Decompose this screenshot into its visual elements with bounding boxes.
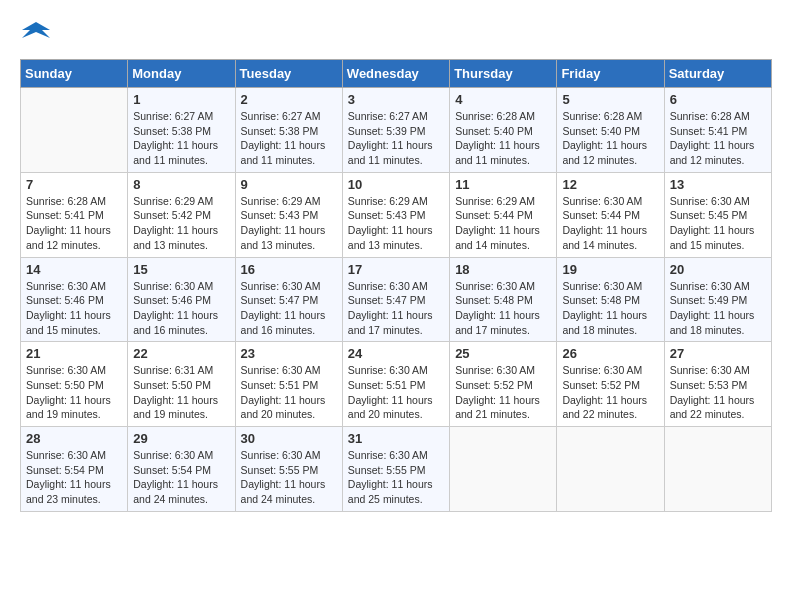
day-number: 25 (455, 346, 551, 361)
calendar-cell: 5Sunrise: 6:28 AMSunset: 5:40 PMDaylight… (557, 88, 664, 173)
day-info: Sunrise: 6:30 AMSunset: 5:46 PMDaylight:… (133, 279, 229, 338)
header-tuesday: Tuesday (235, 60, 342, 88)
logo (20, 20, 50, 49)
day-info: Sunrise: 6:30 AMSunset: 5:51 PMDaylight:… (241, 363, 337, 422)
calendar-cell: 8Sunrise: 6:29 AMSunset: 5:42 PMDaylight… (128, 172, 235, 257)
calendar-cell (557, 427, 664, 512)
calendar-cell: 22Sunrise: 6:31 AMSunset: 5:50 PMDayligh… (128, 342, 235, 427)
day-number: 11 (455, 177, 551, 192)
calendar-cell: 13Sunrise: 6:30 AMSunset: 5:45 PMDayligh… (664, 172, 771, 257)
day-info: Sunrise: 6:30 AMSunset: 5:51 PMDaylight:… (348, 363, 444, 422)
day-info: Sunrise: 6:30 AMSunset: 5:52 PMDaylight:… (562, 363, 658, 422)
day-number: 9 (241, 177, 337, 192)
calendar-cell: 7Sunrise: 6:28 AMSunset: 5:41 PMDaylight… (21, 172, 128, 257)
day-number: 13 (670, 177, 766, 192)
calendar-week-row: 7Sunrise: 6:28 AMSunset: 5:41 PMDaylight… (21, 172, 772, 257)
day-number: 10 (348, 177, 444, 192)
day-number: 5 (562, 92, 658, 107)
day-number: 19 (562, 262, 658, 277)
day-number: 27 (670, 346, 766, 361)
day-info: Sunrise: 6:30 AMSunset: 5:48 PMDaylight:… (562, 279, 658, 338)
day-number: 1 (133, 92, 229, 107)
calendar-cell (450, 427, 557, 512)
day-info: Sunrise: 6:30 AMSunset: 5:49 PMDaylight:… (670, 279, 766, 338)
calendar-cell: 30Sunrise: 6:30 AMSunset: 5:55 PMDayligh… (235, 427, 342, 512)
day-info: Sunrise: 6:30 AMSunset: 5:54 PMDaylight:… (133, 448, 229, 507)
calendar-cell: 28Sunrise: 6:30 AMSunset: 5:54 PMDayligh… (21, 427, 128, 512)
day-number: 23 (241, 346, 337, 361)
day-info: Sunrise: 6:29 AMSunset: 5:43 PMDaylight:… (241, 194, 337, 253)
day-info: Sunrise: 6:31 AMSunset: 5:50 PMDaylight:… (133, 363, 229, 422)
logo-bird-icon (22, 20, 50, 44)
calendar-cell: 18Sunrise: 6:30 AMSunset: 5:48 PMDayligh… (450, 257, 557, 342)
header-monday: Monday (128, 60, 235, 88)
calendar-cell: 2Sunrise: 6:27 AMSunset: 5:38 PMDaylight… (235, 88, 342, 173)
day-info: Sunrise: 6:30 AMSunset: 5:45 PMDaylight:… (670, 194, 766, 253)
calendar-week-row: 14Sunrise: 6:30 AMSunset: 5:46 PMDayligh… (21, 257, 772, 342)
calendar-table: Sunday Monday Tuesday Wednesday Thursday… (20, 59, 772, 512)
day-number: 2 (241, 92, 337, 107)
calendar-cell: 27Sunrise: 6:30 AMSunset: 5:53 PMDayligh… (664, 342, 771, 427)
calendar-cell: 16Sunrise: 6:30 AMSunset: 5:47 PMDayligh… (235, 257, 342, 342)
calendar-cell (664, 427, 771, 512)
day-info: Sunrise: 6:29 AMSunset: 5:43 PMDaylight:… (348, 194, 444, 253)
calendar-cell: 9Sunrise: 6:29 AMSunset: 5:43 PMDaylight… (235, 172, 342, 257)
day-info: Sunrise: 6:28 AMSunset: 5:40 PMDaylight:… (562, 109, 658, 168)
page-header (20, 20, 772, 49)
calendar-cell: 24Sunrise: 6:30 AMSunset: 5:51 PMDayligh… (342, 342, 449, 427)
calendar-cell: 15Sunrise: 6:30 AMSunset: 5:46 PMDayligh… (128, 257, 235, 342)
day-info: Sunrise: 6:29 AMSunset: 5:44 PMDaylight:… (455, 194, 551, 253)
day-info: Sunrise: 6:30 AMSunset: 5:47 PMDaylight:… (348, 279, 444, 338)
day-number: 20 (670, 262, 766, 277)
day-info: Sunrise: 6:30 AMSunset: 5:52 PMDaylight:… (455, 363, 551, 422)
day-info: Sunrise: 6:30 AMSunset: 5:50 PMDaylight:… (26, 363, 122, 422)
header-sunday: Sunday (21, 60, 128, 88)
day-number: 17 (348, 262, 444, 277)
day-number: 31 (348, 431, 444, 446)
day-number: 28 (26, 431, 122, 446)
day-number: 6 (670, 92, 766, 107)
calendar-header-row: Sunday Monday Tuesday Wednesday Thursday… (21, 60, 772, 88)
calendar-cell: 4Sunrise: 6:28 AMSunset: 5:40 PMDaylight… (450, 88, 557, 173)
calendar-cell: 10Sunrise: 6:29 AMSunset: 5:43 PMDayligh… (342, 172, 449, 257)
day-info: Sunrise: 6:30 AMSunset: 5:55 PMDaylight:… (348, 448, 444, 507)
day-info: Sunrise: 6:30 AMSunset: 5:48 PMDaylight:… (455, 279, 551, 338)
calendar-week-row: 28Sunrise: 6:30 AMSunset: 5:54 PMDayligh… (21, 427, 772, 512)
day-number: 21 (26, 346, 122, 361)
day-number: 3 (348, 92, 444, 107)
day-number: 26 (562, 346, 658, 361)
header-thursday: Thursday (450, 60, 557, 88)
calendar-cell: 29Sunrise: 6:30 AMSunset: 5:54 PMDayligh… (128, 427, 235, 512)
day-info: Sunrise: 6:30 AMSunset: 5:54 PMDaylight:… (26, 448, 122, 507)
calendar-cell: 1Sunrise: 6:27 AMSunset: 5:38 PMDaylight… (128, 88, 235, 173)
calendar-cell: 6Sunrise: 6:28 AMSunset: 5:41 PMDaylight… (664, 88, 771, 173)
day-number: 4 (455, 92, 551, 107)
calendar-week-row: 1Sunrise: 6:27 AMSunset: 5:38 PMDaylight… (21, 88, 772, 173)
header-saturday: Saturday (664, 60, 771, 88)
calendar-cell: 23Sunrise: 6:30 AMSunset: 5:51 PMDayligh… (235, 342, 342, 427)
day-number: 22 (133, 346, 229, 361)
calendar-cell: 3Sunrise: 6:27 AMSunset: 5:39 PMDaylight… (342, 88, 449, 173)
svg-marker-0 (22, 22, 50, 38)
calendar-cell: 31Sunrise: 6:30 AMSunset: 5:55 PMDayligh… (342, 427, 449, 512)
calendar-cell: 20Sunrise: 6:30 AMSunset: 5:49 PMDayligh… (664, 257, 771, 342)
header-friday: Friday (557, 60, 664, 88)
calendar-cell: 26Sunrise: 6:30 AMSunset: 5:52 PMDayligh… (557, 342, 664, 427)
calendar-cell: 11Sunrise: 6:29 AMSunset: 5:44 PMDayligh… (450, 172, 557, 257)
day-number: 12 (562, 177, 658, 192)
day-number: 8 (133, 177, 229, 192)
day-number: 30 (241, 431, 337, 446)
calendar-week-row: 21Sunrise: 6:30 AMSunset: 5:50 PMDayligh… (21, 342, 772, 427)
day-number: 15 (133, 262, 229, 277)
day-info: Sunrise: 6:30 AMSunset: 5:53 PMDaylight:… (670, 363, 766, 422)
day-number: 24 (348, 346, 444, 361)
day-info: Sunrise: 6:30 AMSunset: 5:44 PMDaylight:… (562, 194, 658, 253)
day-info: Sunrise: 6:29 AMSunset: 5:42 PMDaylight:… (133, 194, 229, 253)
logo-text (20, 20, 50, 49)
day-number: 14 (26, 262, 122, 277)
calendar-cell: 25Sunrise: 6:30 AMSunset: 5:52 PMDayligh… (450, 342, 557, 427)
day-info: Sunrise: 6:28 AMSunset: 5:41 PMDaylight:… (670, 109, 766, 168)
calendar-cell: 19Sunrise: 6:30 AMSunset: 5:48 PMDayligh… (557, 257, 664, 342)
day-info: Sunrise: 6:30 AMSunset: 5:55 PMDaylight:… (241, 448, 337, 507)
day-number: 29 (133, 431, 229, 446)
